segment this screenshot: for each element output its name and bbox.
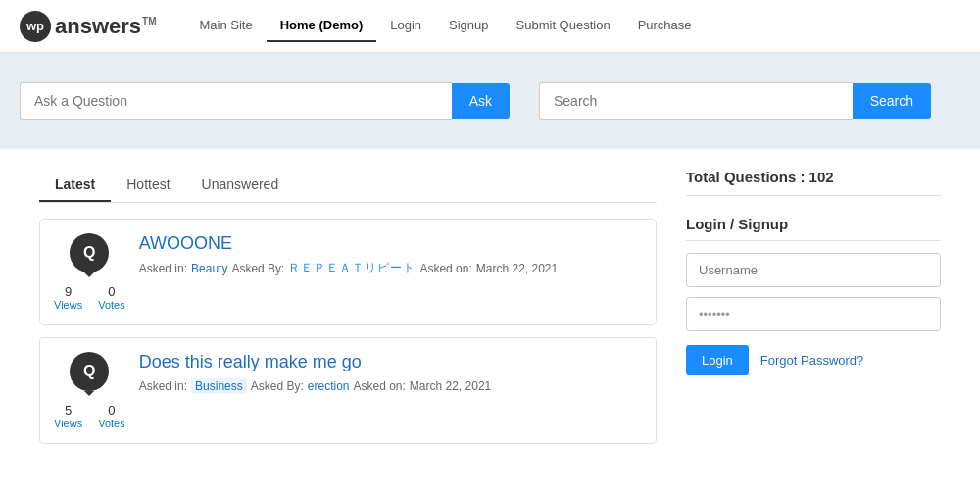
forgot-password-link[interactable]: Forgot Password? [760,353,864,368]
nav-main-site[interactable]: Main Site [186,10,267,42]
ask-input[interactable] [20,82,452,120]
login-form: Login Forgot Password? [686,253,941,375]
votes-stat: 0 Votes [98,284,125,311]
asked-in-label: Asked in: [139,379,187,393]
nav-login[interactable]: Login [376,10,435,42]
views-count: 5 [54,403,82,418]
views-stat: 9 Views [54,284,82,311]
login-signup-section: Login / Signup Login Forgot Password? [686,216,941,375]
main-nav: Main Site Home (Demo) Login Signup Submi… [186,10,706,42]
views-stat: 5 Views [54,403,82,429]
ask-button[interactable]: Ask [452,83,510,119]
total-questions-text: Total Questions : 102 [686,169,834,185]
votes-count: 0 [98,403,125,418]
password-field[interactable] [686,297,941,331]
asked-by-label: Asked By: [251,379,304,393]
question-meta: Asked in: Beauty Asked By: ＲＥＰＥＡＴリピート As… [139,260,642,276]
question-card: Q 5 Views 0 Votes Does this really make … [39,337,657,444]
views-label: Views [54,418,82,429]
asked-on-label: Asked on: [353,379,405,393]
sidebar: Total Questions : 102 Login / Signup Log… [686,169,941,456]
question-content: Does this really make me go Asked in: Bu… [139,352,642,394]
tabs: Latest Hottest Unanswered [39,169,657,203]
tab-hottest[interactable]: Hottest [111,169,185,202]
asked-on-label: Asked on: [419,262,471,275]
login-signup-title: Login / Signup [686,216,941,241]
stats: 5 Views 0 Votes [54,403,125,429]
question-user[interactable]: erection [308,379,350,393]
votes-stat: 0 Votes [98,403,125,429]
question-category[interactable]: Beauty [191,262,227,275]
logo-wp-circle: wp [20,11,51,42]
question-title[interactable]: Does this really make me go [139,352,642,372]
question-card: Q 9 Views 0 Votes AWOOONE Asked in: [39,219,657,325]
question-title[interactable]: AWOOONE [139,233,642,254]
tab-latest[interactable]: Latest [39,169,111,202]
search-group: Search [539,82,931,120]
stats: 9 Views 0 Votes [54,284,125,311]
search-button[interactable]: Search [853,83,931,119]
login-actions: Login Forgot Password? [686,345,941,375]
logo-tm: TM [142,16,156,26]
hero-section: Ask Search [0,53,980,149]
vote-bubble: Q [70,233,109,272]
votes-count: 0 [98,284,125,299]
username-field[interactable] [686,253,941,287]
hero-inner: Ask Search [20,82,960,120]
question-meta: Asked in: Business Asked By: erection As… [139,378,642,394]
logo: wp answersTM [20,11,157,42]
asked-by-label: Asked By: [231,262,284,275]
nav-purchase[interactable]: Purchase [624,10,706,42]
nav-signup[interactable]: Signup [435,10,502,42]
logo-wp-text: wp [26,19,44,33]
votes-label: Votes [98,299,125,311]
main-content: Latest Hottest Unanswered Q 9 Views 0 Vo… [20,169,960,456]
question-content: AWOOONE Asked in: Beauty Asked By: ＲＥＰＥＡ… [139,233,642,276]
logo-answers-text: answersTM [55,14,157,39]
views-count: 9 [54,284,82,299]
views-label: Views [54,299,82,311]
question-date: March 22, 2021 [476,262,558,275]
vote-bubble: Q [70,352,109,391]
nav-submit-question[interactable]: Submit Question [503,10,624,42]
login-button[interactable]: Login [686,345,749,375]
question-left: Q 9 Views 0 Votes [54,233,125,311]
total-questions: Total Questions : 102 [686,169,941,196]
ask-group: Ask [20,82,510,120]
nav-home-demo[interactable]: Home (Demo) [267,10,377,42]
questions-column: Latest Hottest Unanswered Q 9 Views 0 Vo… [39,169,657,456]
search-input[interactable] [539,82,853,120]
question-user: ＲＥＰＥＡＴリピート [288,260,416,276]
question-date: March 22, 2021 [410,379,491,393]
question-left: Q 5 Views 0 Votes [54,352,125,429]
question-category[interactable]: Business [191,378,247,394]
tab-unanswered[interactable]: Unanswered [186,169,295,202]
votes-label: Votes [98,418,125,429]
header: wp answersTM Main Site Home (Demo) Login… [0,0,980,53]
asked-in-label: Asked in: [139,262,187,275]
